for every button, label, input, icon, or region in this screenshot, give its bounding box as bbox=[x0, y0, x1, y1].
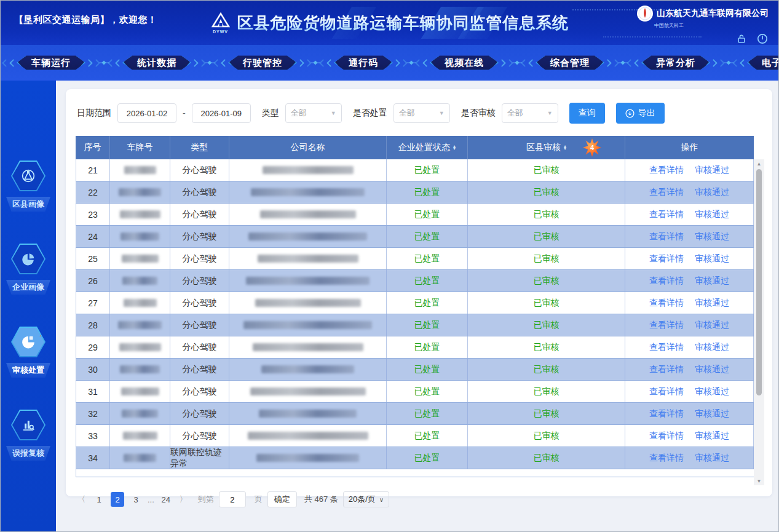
page-size-select[interactable]: 20条/页∨ bbox=[343, 491, 389, 507]
actions-cell: 查看详情审核通过 bbox=[625, 359, 754, 380]
page-number-3[interactable]: 3 bbox=[129, 492, 143, 507]
plate-number-cell-redacted bbox=[110, 159, 170, 181]
view-details-link[interactable]: 查看详情 bbox=[649, 364, 684, 375]
sort-icon[interactable]: ▴▾ bbox=[453, 145, 456, 151]
view-details-link[interactable]: 查看详情 bbox=[649, 342, 684, 353]
tab-label[interactable]: 视频在线 bbox=[431, 52, 497, 73]
approve-audit-link[interactable]: 审核通过 bbox=[695, 431, 729, 442]
row-index-cell: 24 bbox=[76, 226, 110, 247]
view-details-link[interactable]: 查看详情 bbox=[649, 320, 684, 331]
approve-audit-link[interactable]: 审核通过 bbox=[695, 231, 729, 242]
actions-cell: 查看详情审核通过 bbox=[625, 226, 754, 247]
tab-label[interactable]: 综合管理 bbox=[537, 52, 603, 73]
company-name-cell-redacted bbox=[229, 381, 387, 402]
actions-cell: 查看详情审核通过 bbox=[625, 181, 754, 203]
lock-icon[interactable] bbox=[735, 33, 748, 45]
page-number-2-active[interactable]: 2 bbox=[111, 492, 124, 507]
approve-audit-link[interactable]: 审核通过 bbox=[695, 253, 729, 264]
date-from-input[interactable] bbox=[117, 103, 176, 123]
view-details-link[interactable]: 查看详情 bbox=[649, 276, 684, 287]
page-number-1[interactable]: 1 bbox=[92, 492, 106, 507]
disposal-status-cell: 已处置 bbox=[387, 292, 468, 314]
view-details-link[interactable]: 查看详情 bbox=[649, 253, 684, 264]
disposal-status-cell: 已处置 bbox=[387, 447, 468, 469]
sidebar-item-audit-disposal[interactable]: 4 审核处置 bbox=[6, 327, 50, 378]
view-details-link[interactable]: 查看详情 bbox=[649, 231, 684, 242]
tab-label[interactable]: 通行码 bbox=[335, 52, 392, 73]
tab-label[interactable]: 统计数据 bbox=[124, 52, 190, 73]
view-details-link[interactable]: 查看详情 bbox=[649, 187, 684, 198]
approve-audit-link[interactable]: 审核通过 bbox=[695, 342, 729, 353]
tab-label[interactable]: 行驶管控 bbox=[229, 52, 296, 73]
tab-statistics[interactable]: 统计数据 bbox=[109, 56, 205, 70]
plate-number-cell-redacted bbox=[110, 359, 170, 380]
sidebar-item-enterprise-portrait[interactable]: 企业画像 bbox=[6, 244, 50, 295]
scroll-down-icon[interactable]: ▼ bbox=[757, 477, 762, 485]
approve-audit-link[interactable]: 审核通过 bbox=[695, 320, 729, 331]
company-block: 山东航天九通车联网有限公司 中国航天科工 bbox=[637, 6, 769, 45]
approve-audit-link[interactable]: 审核通过 bbox=[695, 165, 729, 176]
goto-page-suffix: 页 bbox=[255, 494, 263, 505]
disposal-status-cell: 已处置 bbox=[387, 336, 468, 358]
tab-electronic-escort[interactable]: 电子押运0 bbox=[734, 56, 779, 70]
approve-audit-link[interactable]: 审核通过 bbox=[695, 364, 729, 375]
query-button[interactable]: 查询 bbox=[569, 103, 605, 124]
tab-pass-code[interactable]: 通行码 bbox=[320, 56, 406, 70]
sidebar-item-false-report-review[interactable]: 误报复核 bbox=[6, 410, 50, 461]
approve-audit-link[interactable]: 审核通过 bbox=[695, 298, 729, 309]
view-details-link[interactable]: 查看详情 bbox=[649, 298, 684, 309]
tab-comprehensive-mgmt[interactable]: 综合管理 bbox=[522, 56, 618, 70]
chevron-left-icon bbox=[528, 59, 536, 67]
tab-driving-control[interactable]: 行驶管控 bbox=[215, 56, 310, 70]
audited-select[interactable]: 全部▼ bbox=[502, 103, 558, 123]
row-index-cell: 33 bbox=[76, 425, 110, 447]
col-header-audit[interactable]: 区县审核▴▾4 bbox=[468, 136, 625, 159]
approve-audit-link[interactable]: 审核通过 bbox=[695, 209, 729, 220]
sidebar-item-district-portrait[interactable]: 区县画像 bbox=[6, 161, 50, 212]
view-details-link[interactable]: 查看详情 bbox=[649, 209, 684, 220]
prev-page-button[interactable]: 〈 bbox=[76, 494, 87, 505]
approve-audit-link[interactable]: 审核通过 bbox=[695, 453, 729, 464]
plate-number-cell-redacted bbox=[110, 447, 170, 469]
chevron-left-icon bbox=[326, 59, 334, 67]
actions-cell: 查看详情审核通过 bbox=[625, 292, 754, 314]
tab-label[interactable]: 异常分析 bbox=[643, 52, 709, 73]
chevron-left-icon bbox=[422, 59, 430, 67]
power-icon[interactable] bbox=[756, 33, 769, 45]
col-header-disposal-status[interactable]: 企业处置状态▴▾ bbox=[387, 136, 468, 159]
approve-audit-link[interactable]: 审核通过 bbox=[695, 276, 729, 287]
export-button[interactable]: 导出 bbox=[616, 103, 665, 124]
type-select[interactable]: 全部▼ bbox=[285, 103, 342, 123]
disposed-select[interactable]: 全部▼ bbox=[393, 103, 450, 123]
goto-confirm-button[interactable]: 确定 bbox=[267, 491, 297, 507]
sort-icon[interactable]: ▴▾ bbox=[564, 145, 566, 151]
approve-audit-link[interactable]: 审核通过 bbox=[695, 187, 729, 198]
tab-label[interactable]: 车辆运行 bbox=[18, 52, 84, 73]
page-number-24[interactable]: 24 bbox=[159, 492, 173, 507]
pagination: 〈 1 2 3 ... 24 〉 到第 页 确定 共 467 条 20条/页∨ bbox=[76, 491, 762, 507]
audit-status-cell: 已审核 bbox=[468, 248, 625, 269]
redacted-plate bbox=[124, 166, 156, 174]
approve-audit-link[interactable]: 审核通过 bbox=[695, 386, 729, 397]
redacted-company bbox=[251, 188, 365, 196]
date-to-input[interactable] bbox=[192, 103, 251, 123]
table-scrollbar[interactable]: ▲ ▼ bbox=[754, 159, 764, 485]
tab-anomaly-analysis[interactable]: 异常分析 bbox=[628, 56, 724, 70]
view-details-link[interactable]: 查看详情 bbox=[649, 408, 684, 419]
view-details-link[interactable]: 查看详情 bbox=[649, 453, 684, 464]
sidebar-badge: 4 bbox=[37, 320, 55, 339]
view-details-link[interactable]: 查看详情 bbox=[649, 165, 684, 176]
caret-down-icon: ▼ bbox=[439, 110, 445, 116]
next-page-button[interactable]: 〉 bbox=[178, 494, 189, 505]
tab-vehicle-operation[interactable]: 车辆运行 bbox=[3, 56, 99, 70]
view-details-link[interactable]: 查看详情 bbox=[649, 386, 684, 397]
scrollbar-thumb[interactable] bbox=[756, 169, 762, 395]
goto-page-input[interactable] bbox=[219, 491, 246, 507]
approve-audit-link[interactable]: 审核通过 bbox=[695, 408, 729, 419]
audit-status-cell: 已审核 bbox=[468, 204, 625, 225]
tab-label[interactable]: 电子押运 bbox=[748, 52, 779, 73]
scrollbar-track[interactable] bbox=[754, 168, 764, 477]
tab-video-online[interactable]: 视频在线 bbox=[416, 56, 512, 70]
view-details-link[interactable]: 查看详情 bbox=[649, 431, 684, 442]
scroll-up-icon[interactable]: ▲ bbox=[757, 159, 762, 168]
